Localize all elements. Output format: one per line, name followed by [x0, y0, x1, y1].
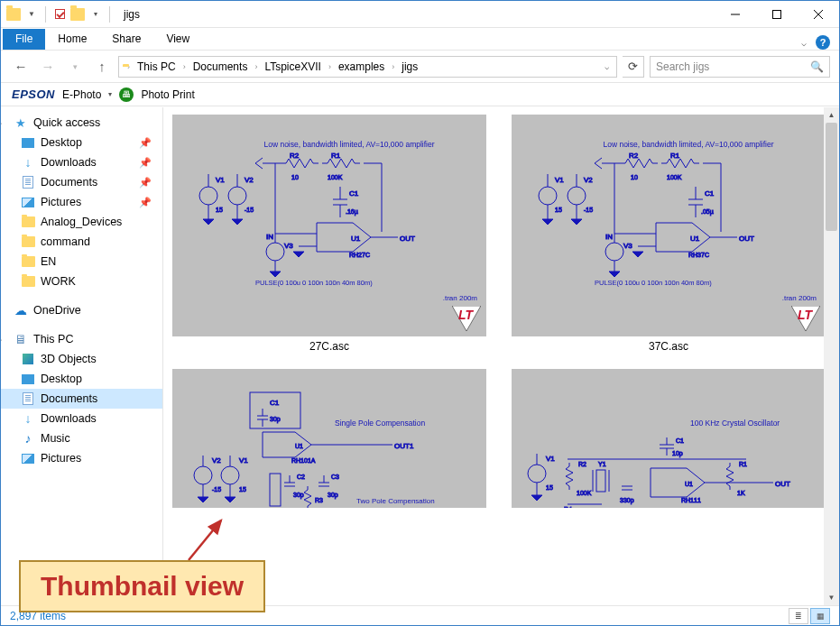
- nav-row: ← → ▾ ↑ › This PC › Documents › LTspiceX…: [1, 51, 839, 83]
- scroll-up-button[interactable]: ▲: [824, 107, 839, 123]
- svg-text:100K: 100K: [577, 490, 592, 496]
- recent-dropdown[interactable]: ▾: [64, 56, 86, 78]
- search-input[interactable]: Search jigs 🔍: [650, 56, 830, 78]
- sidebar-item-folder[interactable]: WORK: [1, 272, 162, 291]
- sidebar-item-folder[interactable]: command: [1, 232, 162, 252]
- file-thumbnail[interactable]: Low noise, bandwidth limited, AV=10,000 …: [172, 115, 486, 353]
- svg-text:-15: -15: [245, 207, 254, 213]
- breadcrumb-segment[interactable]: jigs: [399, 60, 420, 73]
- tab-file[interactable]: File: [3, 29, 45, 50]
- forward-button[interactable]: →: [37, 56, 59, 78]
- folder-icon: [21, 215, 35, 229]
- qat-dropdown-icon[interactable]: ▾: [88, 7, 103, 22]
- breadcrumb-segment[interactable]: Documents: [190, 60, 251, 73]
- chevron-right-icon[interactable]: ›: [253, 62, 259, 71]
- navigation-pane[interactable]: ⌵ ★ Quick access Desktop📌 ↓Downloads📌 Do…: [1, 107, 163, 605]
- expand-icon[interactable]: ⌵: [1, 335, 6, 344]
- help-button[interactable]: ?: [816, 35, 830, 50]
- sidebar-item-label: Desktop: [41, 136, 82, 149]
- circuit-title: 100 KHz Crystal Oscillator: [690, 419, 780, 428]
- thumbnail-image: Single Pole Compensation Two Pole Compen…: [172, 369, 486, 508]
- window-controls: [715, 1, 839, 28]
- expand-icon[interactable]: ⌵: [1, 118, 6, 127]
- svg-text:V1: V1: [239, 456, 248, 465]
- svg-text:OUT: OUT: [400, 235, 415, 243]
- details-view-button[interactable]: ≣: [789, 608, 808, 624]
- folder-icon[interactable]: [6, 7, 21, 22]
- breadcrumb-segment[interactable]: This PC: [134, 60, 179, 73]
- close-button[interactable]: [798, 1, 839, 28]
- breadcrumb-segment[interactable]: LTspiceXVII: [262, 60, 323, 73]
- sidebar-item-downloads[interactable]: ↓Downloads: [1, 409, 162, 428]
- refresh-button[interactable]: ⟳: [623, 56, 644, 78]
- address-bar[interactable]: › This PC › Documents › LTspiceXVII › ex…: [118, 56, 617, 78]
- scrollbar-thumb[interactable]: [826, 123, 837, 231]
- sidebar-label: Quick access: [33, 116, 100, 129]
- svg-text:V1: V1: [555, 176, 564, 184]
- sidebar-item-label: 3D Objects: [41, 353, 97, 365]
- svg-text:V2: V2: [584, 176, 593, 184]
- quick-access-toolbar: ▼ ▾: [1, 6, 118, 23]
- scroll-down-button[interactable]: ▼: [824, 590, 839, 605]
- svg-text:R3: R3: [315, 497, 323, 503]
- epson-photoprint-label[interactable]: Photo Print: [141, 88, 194, 101]
- file-thumbnail[interactable]: 100 KHz Crystal Oscillator V115 C110p R2…: [512, 369, 826, 508]
- expand-icon[interactable]: ›: [1, 306, 6, 315]
- svg-point-14: [266, 243, 284, 261]
- chevron-right-icon[interactable]: ›: [390, 62, 396, 71]
- sidebar-quick-access[interactable]: ⌵ ★ Quick access: [1, 113, 162, 133]
- sidebar-item-music[interactable]: ♪Music: [1, 428, 162, 448]
- sidebar-item-desktop[interactable]: Desktop: [1, 369, 162, 389]
- chevron-right-icon[interactable]: ›: [327, 62, 333, 71]
- epson-ephoto-label[interactable]: E-Photo: [62, 88, 101, 101]
- chevron-right-icon[interactable]: ›: [181, 62, 188, 71]
- back-button[interactable]: ←: [10, 56, 32, 78]
- folder-icon[interactable]: [70, 7, 85, 22]
- ribbon-collapse-icon[interactable]: ⌵: [801, 38, 807, 48]
- qat-dropdown-icon[interactable]: ▼: [24, 7, 39, 22]
- minimize-button[interactable]: [715, 1, 756, 28]
- sidebar-item-downloads[interactable]: ↓Downloads📌: [1, 152, 162, 172]
- window-title: jigs: [124, 8, 140, 21]
- maximize-button[interactable]: [756, 1, 798, 28]
- sidebar-item-folder[interactable]: Analog_Devices: [1, 212, 162, 232]
- svg-point-4: [199, 187, 217, 205]
- sidebar-item-pictures[interactable]: Pictures📌: [1, 192, 162, 212]
- star-icon: ★: [14, 115, 28, 130]
- vertical-scrollbar[interactable]: ▲ ▼: [824, 107, 839, 605]
- svg-text:1K: 1K: [737, 490, 745, 496]
- tab-share[interactable]: Share: [99, 29, 153, 50]
- properties-icon[interactable]: [52, 7, 67, 22]
- tab-home[interactable]: Home: [45, 29, 99, 50]
- file-thumbnail[interactable]: Single Pole Compensation Two Pole Compen…: [172, 369, 486, 508]
- titlebar: ▼ ▾ jigs: [1, 1, 839, 28]
- breadcrumb-segment[interactable]: examples: [336, 60, 387, 73]
- svg-text:OUT: OUT: [739, 235, 754, 243]
- svg-text:C2: C2: [297, 474, 305, 480]
- sidebar-item-pictures[interactable]: Pictures: [1, 448, 162, 468]
- svg-text:OUT: OUT: [775, 480, 790, 488]
- up-button[interactable]: ↑: [91, 56, 113, 78]
- sidebar-item-folder[interactable]: EN: [1, 252, 162, 272]
- sidebar-item-3dobjects[interactable]: 3D Objects: [1, 349, 162, 369]
- dropdown-icon[interactable]: ▾: [108, 90, 112, 98]
- thumbnails-view-button[interactable]: ▦: [810, 608, 830, 624]
- svg-text:Y1: Y1: [598, 461, 606, 467]
- sidebar-label: OneDrive: [33, 304, 81, 317]
- svg-point-49: [605, 243, 623, 261]
- address-dropdown-icon[interactable]: ⌵: [601, 62, 613, 71]
- sidebar-item-documents[interactable]: Documents: [1, 389, 162, 409]
- desktop-icon: [21, 135, 35, 150]
- pictures-icon: [21, 451, 35, 465]
- sidebar-item-desktop[interactable]: Desktop📌: [1, 133, 162, 152]
- svg-point-39: [539, 187, 557, 205]
- svg-text:R2: R2: [578, 461, 586, 467]
- sidebar-onedrive[interactable]: ›☁OneDrive: [1, 300, 162, 320]
- file-thumbnail[interactable]: Low noise, bandwidth limited, AV=10,000 …: [512, 115, 826, 353]
- circuit-title: Two Pole Compensation: [356, 497, 435, 505]
- file-view[interactable]: Low noise, bandwidth limited, AV=10,000 …: [163, 107, 839, 605]
- sidebar-thispc[interactable]: ⌵🖥This PC: [1, 329, 162, 349]
- print-icon[interactable]: 🖶: [119, 87, 134, 102]
- tab-view[interactable]: View: [153, 29, 202, 50]
- sidebar-item-documents[interactable]: Documents📌: [1, 172, 162, 192]
